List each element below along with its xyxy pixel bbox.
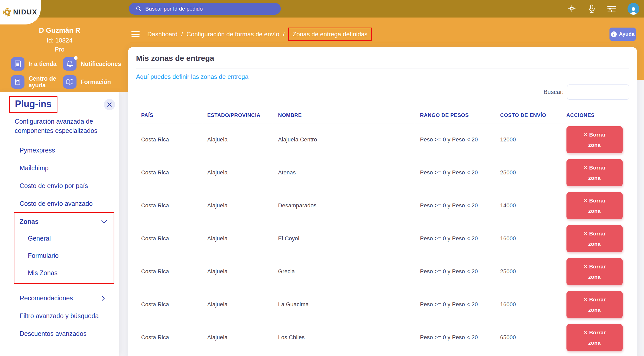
cell-state: Alajuela [202,189,273,222]
delete-zone-label: Borrar zona [588,264,606,280]
quick-actions: Ir a tienda Notificaciones Centro de ayu… [11,57,119,89]
sidebar-item-recomendaciones[interactable]: Recomendaciones [20,294,119,302]
app-root: NIDUX [0,0,644,356]
recomendaciones-label: Recomendaciones [20,294,73,302]
topbar-actions [567,0,639,18]
settings-sliders-icon[interactable] [607,5,616,13]
delete-zone-button[interactable]: ✕Borrar zona [566,324,623,351]
user-name: D Guzmán R [0,27,119,35]
title-divider [136,69,629,69]
sidebar-item-shipping-cost-country[interactable]: Costo de envío por país [20,182,119,190]
delete-zone-button[interactable]: ✕Borrar zona [566,126,623,154]
cell-state: Alajuela [202,288,273,321]
header-estado-provincia[interactable]: ESTADO/PROVINCIA [202,107,273,123]
cell-country: Costa Rica [136,321,202,354]
table-row: Costa Rica Alajuela Grecia Peso >= 0 y P… [136,255,625,288]
breadcrumb-divider [130,43,637,43]
help-button-label: Ayuda [619,31,634,37]
table-search-input[interactable] [567,84,629,100]
plugins-title: Plug-ins [15,99,52,109]
close-icon[interactable] [104,99,115,110]
go-to-store-button[interactable]: Ir a tienda [11,57,63,71]
breadcrumb-separator: / [283,31,285,38]
sidebar-item-zonas-general[interactable]: General [28,235,114,242]
header-acciones[interactable]: ACCIONES [561,107,625,123]
cell-name: Grecia [273,255,415,288]
annotation-box-plugins: Plug-ins [9,96,57,113]
cell-state: Alajuela [202,255,273,288]
sidebar-item-descuentos-avanzados[interactable]: Descuentos avanzados [20,330,119,337]
compress-icon[interactable] [567,4,576,13]
table-row: Costa Rica Alajuela Los Chiles Peso >= 0… [136,321,625,354]
user-avatar[interactable] [628,3,639,15]
delete-zone-label: Borrar zona [588,329,606,346]
x-icon: ✕ [583,132,588,138]
sidebar-item-zonas-mis-zonas[interactable]: Mis Zonas [28,269,114,277]
sidebar-item-filtro-avanzado[interactable]: Filtro avanzado y búsqueda [20,312,119,320]
help-button[interactable]: Ayuda [609,28,636,41]
plugins-sidebar: Plug-ins Configuración avanzada de compo… [0,92,119,356]
page-title: Mis zonas de entrega [136,54,629,63]
search-icon [135,6,142,12]
user-plan-badge: Pro [0,46,119,53]
top-navbar [0,0,644,18]
table-row: Costa Rica Alajuela Desamparados Peso >=… [136,189,625,222]
cell-state: Alajuela [202,156,273,189]
help-center-button[interactable]: Centro de ayuda [11,75,63,89]
order-search [129,3,281,15]
cell-range: Peso >= 0 y Peso < 20 [415,123,495,156]
notifications-button[interactable]: Notificaciones [63,57,119,71]
breadcrumb-shipping-config[interactable]: Configuración de formas de envío [187,31,279,38]
sidebar-item-mailchimp[interactable]: Mailchimp [20,164,119,172]
cell-range: Peso >= 0 y Peso < 20 [415,321,495,354]
header-pais[interactable]: PAÍS [136,107,202,123]
cell-range: Peso >= 0 y Peso < 20 [415,255,495,288]
nidux-sunburst-icon [3,8,11,16]
cell-cost: 12000 [495,123,561,156]
sidebar-item-pymexpress[interactable]: Pymexpress [20,147,119,154]
sidebar-item-zonas[interactable]: Zonas [20,218,114,225]
info-icon [611,31,617,37]
delete-zone-button[interactable]: ✕Borrar zona [566,225,623,252]
header-costo-de-envio[interactable]: COSTO DE ENVÍO [495,107,561,123]
bell-icon [63,57,77,71]
x-icon: ✕ [583,264,588,269]
cell-state: Alajuela [202,123,273,156]
delete-zone-button[interactable]: ✕Borrar zona [566,159,623,187]
sidebar-item-shipping-cost-advanced[interactable]: Costo de envío avanzado [20,200,119,207]
cell-state: Alajuela [202,222,273,255]
microphone-icon[interactable] [588,4,596,13]
breadcrumb-dashboard[interactable]: Dashboard [147,31,177,38]
cell-range: Peso >= 0 y Peso < 20 [415,189,495,222]
header-nombre[interactable]: NOMBRE [273,107,415,123]
x-icon: ✕ [583,329,588,335]
brand-logo[interactable]: NIDUX [0,0,41,24]
training-button[interactable]: Formación [63,75,119,89]
breadcrumb-trail: Dashboard / Configuración de formas de e… [147,28,372,41]
delete-zone-button[interactable]: ✕Borrar zona [566,291,623,318]
cell-name: La Guacima [273,288,415,321]
brand-name: NIDUX [13,8,37,16]
chevron-right-icon [101,295,105,301]
cell-name: Alajuela Centro [273,123,415,156]
table-row: Costa Rica Alajuela El Coyol Peso >= 0 y… [136,222,625,255]
cell-country: Costa Rica [136,123,202,156]
menu-hamburger-icon[interactable] [131,31,140,37]
cell-name: Atenas [273,156,415,189]
order-search-input[interactable] [145,6,269,12]
table-search-row: Buscar: [136,84,629,100]
cell-cost: 25000 [495,255,561,288]
cell-cost: 16000 [495,222,561,255]
header-rango-de-pesos[interactable]: RANGO DE PESOS [415,107,495,123]
define-zones-link[interactable]: Aquí puedes definir las zonas de entrega [136,73,248,80]
delete-zone-button[interactable]: ✕Borrar zona [566,258,623,285]
chevron-down-icon [101,220,107,224]
delete-zone-button[interactable]: ✕Borrar zona [566,192,623,219]
delete-zone-label: Borrar zona [588,198,606,214]
cell-country: Costa Rica [136,156,202,189]
sidebar-item-zonas-formulario[interactable]: Formulario [28,252,114,259]
breadcrumb-current-annotated: Zonas de entrega definidas [288,28,372,41]
sidebar-item-advanced-config[interactable]: Configuración avanzada de componentes es… [15,117,101,135]
x-icon: ✕ [583,198,588,204]
delete-zone-label: Borrar zona [588,165,606,181]
